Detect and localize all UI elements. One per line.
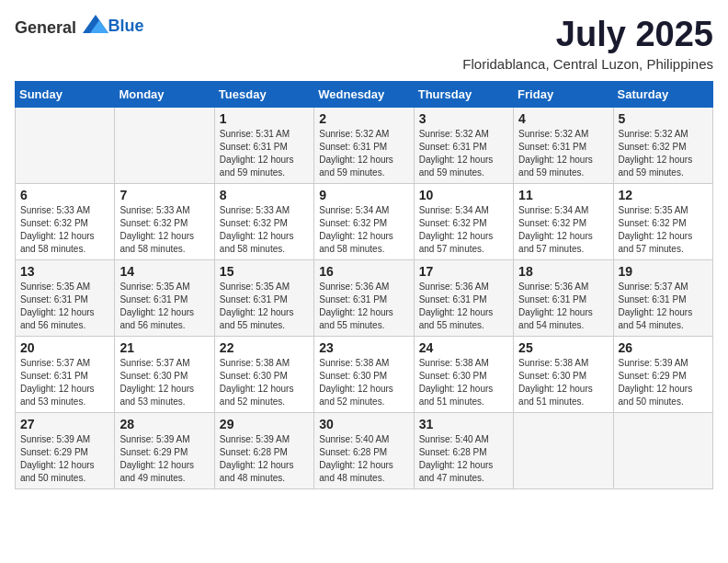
- day-number: 19: [619, 264, 708, 279]
- header-wednesday: Wednesday: [314, 82, 414, 108]
- day-info: Sunrise: 5:40 AM Sunset: 6:28 PM Dayligh…: [419, 433, 508, 485]
- day-info: Sunrise: 5:37 AM Sunset: 6:30 PM Dayligh…: [119, 357, 209, 408]
- day-info: Sunrise: 5:32 AM Sunset: 6:31 PM Dayligh…: [319, 128, 408, 179]
- table-row: [16, 108, 115, 184]
- day-info: Sunrise: 5:37 AM Sunset: 6:31 PM Dayligh…: [20, 357, 109, 408]
- day-number: 3: [419, 111, 508, 126]
- day-number: 13: [20, 264, 109, 279]
- day-number: 8: [220, 188, 309, 202]
- day-number: 20: [20, 340, 109, 355]
- day-info: Sunrise: 5:38 AM Sunset: 6:30 PM Dayligh…: [518, 357, 608, 408]
- table-row: 23Sunrise: 5:38 AM Sunset: 6:30 PM Dayli…: [314, 337, 414, 413]
- table-row: 18Sunrise: 5:36 AM Sunset: 6:31 PM Dayli…: [514, 260, 613, 337]
- day-number: 12: [619, 188, 708, 202]
- day-info: Sunrise: 5:39 AM Sunset: 6:29 PM Dayligh…: [20, 433, 109, 485]
- calendar-week-2: 6Sunrise: 5:33 AM Sunset: 6:32 PM Daylig…: [16, 184, 713, 260]
- day-number: 27: [20, 417, 109, 431]
- day-number: 25: [518, 340, 608, 355]
- day-number: 31: [419, 417, 508, 431]
- day-number: 17: [419, 264, 508, 279]
- day-info: Sunrise: 5:34 AM Sunset: 6:32 PM Dayligh…: [518, 204, 608, 256]
- table-row: 1Sunrise: 5:31 AM Sunset: 6:31 PM Daylig…: [214, 108, 313, 184]
- header-sunday: Sunday: [16, 82, 115, 108]
- day-number: 16: [319, 264, 408, 279]
- logo: General Blue: [15, 15, 144, 38]
- logo-blue: Blue: [108, 17, 144, 35]
- table-row: 11Sunrise: 5:34 AM Sunset: 6:32 PM Dayli…: [514, 184, 613, 260]
- day-number: 28: [119, 417, 209, 431]
- table-row: 13Sunrise: 5:35 AM Sunset: 6:31 PM Dayli…: [16, 260, 115, 337]
- header-thursday: Thursday: [414, 82, 513, 108]
- day-info: Sunrise: 5:38 AM Sunset: 6:30 PM Dayligh…: [319, 357, 408, 408]
- table-row: [613, 413, 712, 489]
- day-number: 2: [319, 111, 408, 126]
- table-row: 31Sunrise: 5:40 AM Sunset: 6:28 PM Dayli…: [414, 413, 513, 489]
- day-info: Sunrise: 5:36 AM Sunset: 6:31 PM Dayligh…: [319, 281, 408, 332]
- table-row: 27Sunrise: 5:39 AM Sunset: 6:29 PM Dayli…: [16, 413, 115, 489]
- page-header: General Blue July 2025 Floridablanca, Ce…: [15, 15, 713, 72]
- table-row: 22Sunrise: 5:38 AM Sunset: 6:30 PM Dayli…: [214, 337, 313, 413]
- day-info: Sunrise: 5:38 AM Sunset: 6:30 PM Dayligh…: [419, 357, 508, 408]
- header-saturday: Saturday: [613, 82, 712, 108]
- day-info: Sunrise: 5:36 AM Sunset: 6:31 PM Dayligh…: [518, 281, 608, 332]
- table-row: 4Sunrise: 5:32 AM Sunset: 6:31 PM Daylig…: [514, 108, 613, 184]
- logo-icon: [83, 15, 108, 33]
- day-number: 22: [220, 340, 309, 355]
- day-number: 26: [619, 340, 708, 355]
- day-info: Sunrise: 5:35 AM Sunset: 6:32 PM Dayligh…: [619, 204, 708, 256]
- table-row: 8Sunrise: 5:33 AM Sunset: 6:32 PM Daylig…: [214, 184, 313, 260]
- table-row: 10Sunrise: 5:34 AM Sunset: 6:32 PM Dayli…: [414, 184, 513, 260]
- table-row: 5Sunrise: 5:32 AM Sunset: 6:32 PM Daylig…: [613, 108, 712, 184]
- table-row: 3Sunrise: 5:32 AM Sunset: 6:31 PM Daylig…: [414, 108, 513, 184]
- header-friday: Friday: [514, 82, 613, 108]
- day-info: Sunrise: 5:36 AM Sunset: 6:31 PM Dayligh…: [419, 281, 508, 332]
- day-number: 6: [20, 188, 109, 202]
- table-row: 15Sunrise: 5:35 AM Sunset: 6:31 PM Dayli…: [214, 260, 313, 337]
- day-number: 29: [220, 417, 309, 431]
- month-title: July 2025: [462, 15, 713, 54]
- day-number: 11: [518, 188, 608, 202]
- table-row: 26Sunrise: 5:39 AM Sunset: 6:29 PM Dayli…: [613, 337, 712, 413]
- table-row: 21Sunrise: 5:37 AM Sunset: 6:30 PM Dayli…: [115, 337, 214, 413]
- logo-general: General: [15, 18, 76, 37]
- calendar-table: Sunday Monday Tuesday Wednesday Thursday…: [15, 81, 713, 489]
- day-info: Sunrise: 5:32 AM Sunset: 6:31 PM Dayligh…: [419, 128, 508, 179]
- day-number: 15: [220, 264, 309, 279]
- header-monday: Monday: [115, 82, 214, 108]
- day-number: 7: [119, 188, 209, 202]
- day-info: Sunrise: 5:33 AM Sunset: 6:32 PM Dayligh…: [119, 204, 209, 256]
- day-info: Sunrise: 5:38 AM Sunset: 6:30 PM Dayligh…: [220, 357, 309, 408]
- table-row: 6Sunrise: 5:33 AM Sunset: 6:32 PM Daylig…: [16, 184, 115, 260]
- day-info: Sunrise: 5:33 AM Sunset: 6:32 PM Dayligh…: [20, 204, 109, 256]
- day-number: 9: [319, 188, 408, 202]
- table-row: 16Sunrise: 5:36 AM Sunset: 6:31 PM Dayli…: [314, 260, 414, 337]
- calendar-week-3: 13Sunrise: 5:35 AM Sunset: 6:31 PM Dayli…: [16, 260, 713, 337]
- table-row: 20Sunrise: 5:37 AM Sunset: 6:31 PM Dayli…: [16, 337, 115, 413]
- table-row: 2Sunrise: 5:32 AM Sunset: 6:31 PM Daylig…: [314, 108, 414, 184]
- day-info: Sunrise: 5:37 AM Sunset: 6:31 PM Dayligh…: [619, 281, 708, 332]
- day-info: Sunrise: 5:39 AM Sunset: 6:29 PM Dayligh…: [119, 433, 209, 485]
- table-row: [514, 413, 613, 489]
- table-row: 24Sunrise: 5:38 AM Sunset: 6:30 PM Dayli…: [414, 337, 513, 413]
- day-number: 10: [419, 188, 508, 202]
- header-tuesday: Tuesday: [214, 82, 313, 108]
- day-number: 4: [518, 111, 608, 126]
- day-info: Sunrise: 5:40 AM Sunset: 6:28 PM Dayligh…: [319, 433, 408, 485]
- table-row: 29Sunrise: 5:39 AM Sunset: 6:28 PM Dayli…: [214, 413, 313, 489]
- table-row: 14Sunrise: 5:35 AM Sunset: 6:31 PM Dayli…: [115, 260, 214, 337]
- day-number: 14: [119, 264, 209, 279]
- day-number: 1: [220, 111, 309, 126]
- table-row: 28Sunrise: 5:39 AM Sunset: 6:29 PM Dayli…: [115, 413, 214, 489]
- day-number: 30: [319, 417, 408, 431]
- day-info: Sunrise: 5:34 AM Sunset: 6:32 PM Dayligh…: [319, 204, 408, 256]
- table-row: 17Sunrise: 5:36 AM Sunset: 6:31 PM Dayli…: [414, 260, 513, 337]
- table-row: [115, 108, 214, 184]
- table-row: 9Sunrise: 5:34 AM Sunset: 6:32 PM Daylig…: [314, 184, 414, 260]
- table-row: 19Sunrise: 5:37 AM Sunset: 6:31 PM Dayli…: [613, 260, 712, 337]
- day-info: Sunrise: 5:35 AM Sunset: 6:31 PM Dayligh…: [220, 281, 309, 332]
- table-row: 12Sunrise: 5:35 AM Sunset: 6:32 PM Dayli…: [613, 184, 712, 260]
- day-info: Sunrise: 5:33 AM Sunset: 6:32 PM Dayligh…: [220, 204, 309, 256]
- table-row: 30Sunrise: 5:40 AM Sunset: 6:28 PM Dayli…: [314, 413, 414, 489]
- day-info: Sunrise: 5:35 AM Sunset: 6:31 PM Dayligh…: [20, 281, 109, 332]
- day-number: 18: [518, 264, 608, 279]
